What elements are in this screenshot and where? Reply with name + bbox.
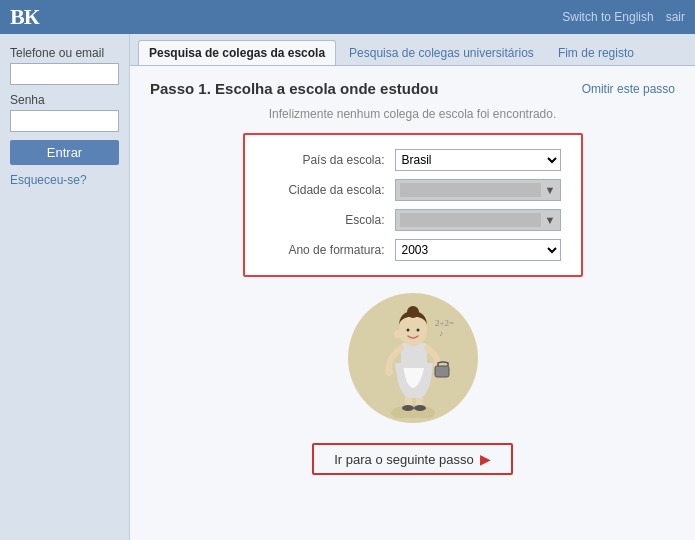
tab-finish[interactable]: Fim de registo (547, 40, 645, 65)
year-label: Ano de formatura: (265, 243, 395, 257)
svg-point-6 (385, 368, 393, 376)
country-label: País da escola: (265, 153, 395, 167)
password-label: Senha (10, 93, 119, 107)
next-step-button[interactable]: Ir para o seguinte passo ▶ (312, 443, 512, 475)
svg-text:♪: ♪ (439, 329, 443, 338)
phone-email-label: Telefone ou email (10, 46, 119, 60)
tab-university[interactable]: Pesquisa de colegas universitários (338, 40, 545, 65)
forgot-password-link[interactable]: Esqueceu-se? (10, 173, 119, 187)
city-select[interactable]: ▼ (395, 179, 561, 201)
country-select[interactable]: Brasil (395, 149, 561, 171)
no-results-message: Infelizmente nenhum colega de escola foi… (150, 107, 675, 121)
svg-rect-5 (401, 343, 427, 368)
svg-point-9 (407, 306, 419, 318)
svg-point-4 (414, 405, 426, 411)
phone-email-input[interactable] (10, 63, 119, 85)
schoolgirl-svg: 2+2= ♪ (353, 298, 473, 418)
illustration-area: 2+2= ♪ (150, 293, 675, 423)
next-step-label: Ir para o seguinte passo (334, 452, 473, 467)
login-button[interactable]: Entrar (10, 140, 119, 165)
step-title: Passo 1. Escolha a escola onde estudou (150, 80, 438, 97)
svg-text:2+2=: 2+2= (435, 318, 454, 328)
vk-logo: ВК (10, 4, 39, 30)
school-select[interactable]: ▼ (395, 209, 561, 231)
year-select[interactable]: 2003 (395, 239, 561, 261)
illustration-circle: 2+2= ♪ (348, 293, 478, 423)
school-label: Escola: (265, 213, 395, 227)
skip-step-link[interactable]: Omitir este passo (582, 82, 675, 96)
school-search-form: País da escola: Brasil Cidade da escola:… (243, 133, 583, 277)
next-arrow-icon: ▶ (480, 451, 491, 467)
password-input[interactable] (10, 110, 119, 132)
logout-link[interactable]: sair (666, 10, 685, 24)
svg-rect-7 (435, 366, 449, 377)
city-label: Cidade da escola: (265, 183, 395, 197)
tab-school[interactable]: Pesquisa de colegas da escola (138, 40, 336, 65)
svg-point-3 (402, 405, 414, 411)
svg-point-11 (416, 329, 419, 332)
svg-point-12 (394, 330, 402, 338)
switch-language-link[interactable]: Switch to English (562, 10, 653, 24)
svg-point-10 (406, 329, 409, 332)
